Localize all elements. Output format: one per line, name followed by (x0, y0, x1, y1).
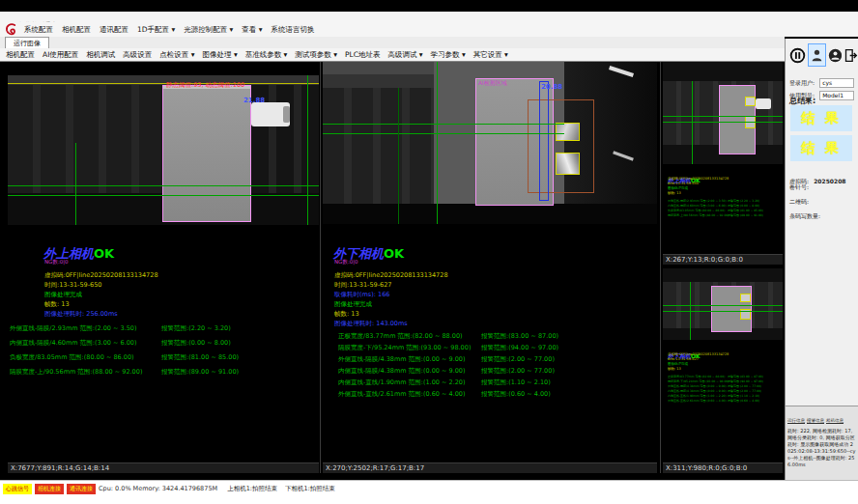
left-barcode: 虚拟码:0FF|line20250208133134728 (44, 270, 158, 280)
baseline-h2 (8, 195, 319, 196)
thumb2-coord-bar: X:311;Y:980;R:0;G:0;B:0 (663, 462, 783, 473)
log-tabs: 运行信息报警信息相机信息 (786, 406, 858, 427)
toolbar-item[interactable]: 基准线参数 ▾ (245, 50, 288, 60)
baseline-v2 (398, 88, 399, 224)
measurement-row: 隔膜宽度-下/95.24mm 范围:(93.00 ~ 98.00) 报警范围:(… (338, 344, 657, 355)
thumb2-scene (663, 268, 783, 340)
menu-item[interactable]: 1D手配置 ▾ (137, 25, 175, 35)
menu-item[interactable]: 光源控制配置 ▾ (184, 25, 233, 35)
left-frames: 帧数: 13 (44, 299, 158, 309)
measurement-row: 隔膜宽度-上/90.56mm 范围:(88.00 ~ 92.00) 报警范围:(… (10, 368, 319, 382)
pause-button[interactable] (788, 43, 807, 67)
baseline-v1 (692, 81, 693, 164)
log-tab-alarm[interactable]: 报警信息 (807, 418, 824, 423)
toolbar-item[interactable]: AI使用配置 (43, 50, 78, 60)
virtual-code-value: 20250208 (814, 178, 845, 184)
lower-camera-status: 下相机1:拍照结束 (285, 485, 335, 493)
menu-item[interactable]: 通讯配置 (100, 25, 129, 35)
exit-button[interactable] (842, 43, 858, 67)
log-area: 运行信息报警信息相机信息 耗时: 222, 网络检测耗时: 17, 网络分类耗时… (786, 406, 858, 481)
camera-image-left[interactable]: 静态阈值:93, 动态阈值:100 21.88 (8, 75, 319, 225)
left-coord-bar: X:7677;Y:891;R:14;G:14;B:14 (8, 462, 319, 473)
toolbar-item[interactable]: 图像处理 ▾ (203, 50, 238, 60)
reel-number-label: 卷针号: (789, 183, 809, 192)
thumb1-coord-bar: X:267;Y:13;R:0;G:0;B:0 (663, 254, 783, 265)
machine-shadow (323, 204, 657, 224)
baseline-h2 (323, 133, 564, 134)
tab-run-image[interactable]: 运行图像 (5, 37, 49, 48)
thumb2-measurements: 正极宽度/83.77mm 范围:(82.00 ~ 88.00) 报警范围:(83… (668, 375, 782, 404)
log-tab-run[interactable]: 运行信息 (787, 418, 805, 423)
middle-info-lines: 虚拟码:0FF|line20250208133134728 时间:13-31-5… (334, 270, 448, 328)
middle-elapsed: 图像处理耗时: 143.00ms (334, 319, 448, 328)
model-field[interactable]: Model1 (819, 91, 854, 100)
result-box-upper: 结 果 (790, 105, 852, 131)
middle-barcode: 虚拟码:0FF|line20250208133134728 (334, 270, 448, 280)
ai-region-label: AI检测区域 (478, 79, 507, 88)
toolbar-item[interactable]: PLC地址表 (345, 50, 380, 60)
baseline-h2 (663, 122, 783, 123)
thumb1-info: 虚拟码:0FF|line20250208133134728 时间:13-31-5… (668, 177, 729, 196)
status-bar: 心跳信号 相机连接 通讯连接 Cpu: 0.0% Memory: 3424.41… (0, 480, 858, 504)
thumb1-connector (756, 98, 771, 109)
measurement-row: 外侧直线-直线/2.61mm 范围:(0.60 ~ 4.00) 报警范围:(0.… (668, 399, 782, 404)
right-sidebar: 登录用户: cys 使用型号: Model1 总结果: 结 果 结 果 虚拟码:… (785, 39, 858, 480)
measure-value-overlay: 20.88 (541, 83, 562, 91)
measurement-row: 外侧直线-隔膜/2.93mm 范围:(2.00 ~ 3.50) 报警范围:(2.… (10, 324, 319, 339)
qr-code-label: 二维码: (789, 198, 809, 207)
baseline-h1 (663, 116, 783, 117)
measurement-row: 内侧直线-隔膜/4.38mm 范围:(0.00 ~ 9.00) 报警范围:(2.… (338, 367, 657, 378)
tab-connector-region (251, 102, 290, 126)
yellow-tape-box1 (556, 123, 580, 141)
middle-result-sub: NG数:0|0 (334, 259, 358, 266)
thumb2-info: 虚拟码:0FF|line20250208133134728 时间:13-31-5… (668, 352, 729, 372)
measurement-row: 内侧直线-直线/1.90mm 范围:(1.00 ~ 2.20) 报警范围:(1.… (338, 378, 657, 390)
brown-detect-box (528, 99, 594, 193)
measurement-row: 负极宽度/83.05mm 范围:(80.00 ~ 86.00) 报警范围:(81… (10, 353, 319, 368)
baseline-h2 (663, 311, 783, 312)
result-box-lower: 结 果 (790, 135, 852, 161)
toolbar-item[interactable]: 测试项参数 ▾ (295, 50, 337, 60)
left-done: 图像处理完成 (44, 290, 158, 299)
left-measurements: 外侧直线-隔膜/2.93mm 范围:(2.00 ~ 3.50) 报警范围:(2.… (10, 324, 319, 382)
toolbar: 相机配置AI使用配置相机调试高级设置点检设置 ▾图像处理 ▾基准线参数 ▾测试项… (0, 48, 785, 62)
menu-item[interactable]: 系统语言切换 (272, 25, 315, 35)
threshold-overlay-text: 静态阈值:93, 动态阈值:100 (166, 81, 244, 90)
menu-item[interactable]: 相机配置 (62, 25, 91, 35)
menu-items: 系统配置相机配置通讯配置1D手配置 ▾光源控制配置 ▾查看 ▾系统语言切换 (24, 25, 324, 35)
menu-item[interactable]: 系统配置 (24, 25, 53, 35)
thumbnail-lower-camera[interactable]: 外下相机OK 虚拟码:0FF|line20250208133134728 时间:… (663, 268, 783, 473)
yellow-tape-box2 (556, 153, 580, 175)
panel-divider2 (660, 62, 661, 473)
toolbar-item[interactable]: 高级调试 ▾ (387, 50, 422, 60)
yellow-reference-line (8, 83, 319, 84)
blue-measure-box (539, 81, 549, 201)
toolbar-item[interactable]: 相机配置 (6, 50, 35, 60)
machine-texture (323, 88, 434, 204)
middle-grab-time: 取像耗时(ms): 166 (334, 290, 448, 299)
toolbar-item[interactable]: 相机调试 (86, 50, 115, 60)
camera-image-middle[interactable]: AI检测区域 20.88 (323, 62, 657, 224)
cpu-memory-text: Cpu: 0.0% Memory: 3424.41796875M (99, 485, 217, 492)
baseline-v1 (690, 282, 691, 340)
log-tab-camera[interactable]: 相机信息 (826, 418, 844, 423)
log-text: 耗时: 222, 网络检测耗时: 17, 网络分类耗时: 0, 网络获取分区耗时… (786, 427, 858, 469)
user-button[interactable] (808, 43, 826, 67)
middle-time: 时间:13-31-59-627 (334, 280, 448, 290)
toolbar-item[interactable]: 其它设置 ▾ (473, 50, 508, 60)
thumbnail-upper-camera[interactable]: 外上相机OK 虚拟码:0FF|line20250208133134728 时间:… (663, 62, 783, 265)
toolbar-item[interactable]: 学习参数 ▾ (431, 50, 466, 60)
left-elapsed: 图像处理耗时: 256.00ms (44, 309, 158, 319)
left-time: 时间:13-31-59-650 (44, 280, 158, 290)
menu-item[interactable]: 查看 ▾ (242, 25, 262, 35)
ai-detect-box-left (162, 85, 251, 222)
middle-coord-bar: X:270;Y:2502;R:17;G:17;B:17 (323, 462, 657, 473)
measurement-row: 正极宽度/83.77mm 范围:(82.00 ~ 88.00) 报警范围:(83… (338, 332, 657, 344)
toolbar-item[interactable]: 点检设置 ▾ (159, 50, 194, 60)
measurement-row: 内侧直线-隔膜/4.60mm 范围:(3.00 ~ 6.00) 报警范围:(0.… (10, 339, 319, 353)
baseline-v1 (307, 75, 308, 225)
window-titlebar: CYS-视觉检测系统 (0, 12, 858, 22)
camera-connect-badge: 相机连接 (35, 484, 64, 494)
toolbar-item[interactable]: 高级设置 (123, 50, 152, 60)
thumb1-measurements: 外侧直线-隔膜/2.93mm 范围:(2.00 ~ 3.50) 报警范围:(2.… (668, 199, 782, 218)
